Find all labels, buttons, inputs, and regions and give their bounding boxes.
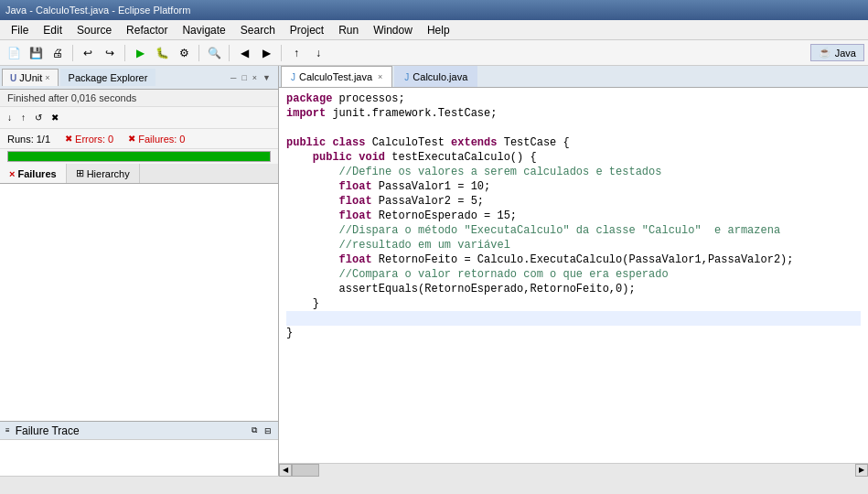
code-editor[interactable]: package processos; import junit.framewor…	[279, 88, 868, 463]
window-title: Java - CalculoTest.java - Eclipse Platfo…	[5, 5, 190, 16]
scroll-track[interactable]	[292, 464, 855, 477]
failures-tab-label: Failures	[17, 168, 56, 179]
junit-stats: Runs: 1/1 ✖ Errors: 0 ✖ Failures: 0	[0, 129, 278, 149]
menu-search[interactable]: Search	[233, 22, 283, 38]
errors-value: 0	[108, 134, 113, 145]
failures-value: 0	[179, 134, 185, 145]
sep1	[72, 45, 73, 61]
failure-trace-panel: ≡ Failure Trace ⧉ ⊟	[0, 421, 278, 476]
junit-tab-label: JUnit	[19, 72, 42, 83]
calculo-test-tab-label: CalculoTest.java	[299, 71, 372, 82]
chevron-panel-btn[interactable]: ▼	[261, 72, 273, 83]
menu-project[interactable]: Project	[283, 22, 331, 38]
save-btn[interactable]: 💾	[26, 43, 46, 63]
trace-copy-btn[interactable]: ⧉	[251, 424, 258, 436]
sep3	[198, 45, 199, 61]
sep4	[229, 45, 230, 61]
print-btn[interactable]: 🖨	[48, 43, 68, 63]
hierarchy-result-tab[interactable]: ⊞ Hierarchy	[67, 164, 140, 183]
perspective-label: Java	[835, 48, 856, 59]
hierarchy-tab-label: Hierarchy	[87, 168, 130, 179]
junit-result-tabs: × Failures ⊞ Hierarchy	[0, 164, 278, 184]
progress-bar	[8, 152, 270, 161]
title-bar: Java - CalculoTest.java - Eclipse Platfo…	[0, 0, 868, 20]
undo-btn[interactable]: ↩	[78, 43, 98, 63]
redo-btn[interactable]: ↪	[100, 43, 120, 63]
tab-calculo[interactable]: J Calculo.java	[394, 66, 477, 87]
run-config-btn[interactable]: ⚙	[174, 43, 194, 63]
failure-trace-icon: ≡	[5, 426, 10, 435]
scroll-thumb[interactable]	[292, 464, 319, 477]
hierarchy-tab-icon: ⊞	[76, 167, 84, 179]
perspective-btn[interactable]: ☕ Java	[810, 44, 864, 61]
minimize-panel-btn[interactable]: ─	[229, 72, 238, 83]
run-btn[interactable]: ▶	[130, 43, 150, 63]
errors-label: Errors:	[75, 134, 105, 145]
runs-label: Runs:	[7, 134, 34, 145]
prev-edit-btn[interactable]: ↑	[286, 43, 306, 63]
junit-prev-failure-btn[interactable]: ↑	[17, 111, 29, 124]
menu-window[interactable]: Window	[366, 22, 420, 38]
failures-result-tab[interactable]: × Failures	[0, 164, 67, 183]
debug-btn[interactable]: 🐛	[152, 43, 172, 63]
calculo-tab-label: Calculo.java	[413, 71, 467, 82]
failures-tab-icon: ×	[9, 168, 15, 179]
junit-toolbar: ↓ ↑ ↺ ✖	[0, 107, 278, 129]
menu-navigate[interactable]: Navigate	[175, 22, 232, 38]
tab-junit[interactable]: U JUnit ×	[2, 69, 59, 86]
runs-stat: Runs: 1/1	[7, 134, 50, 145]
junit-status-text: Finished after 0,016 seconds	[7, 92, 136, 103]
junit-tab-close[interactable]: ×	[45, 73, 49, 82]
left-panel: U JUnit × Package Explorer ─ □ × ▼ Finis…	[0, 66, 279, 476]
scroll-left-btn[interactable]: ◀	[279, 464, 292, 477]
maximize-panel-btn[interactable]: □	[240, 72, 248, 83]
perspective-icon: ☕	[819, 47, 831, 59]
junit-rerun-btn[interactable]: ↺	[31, 111, 46, 124]
nav-fwd-btn[interactable]: ▶	[256, 43, 276, 63]
right-panel: J CalculoTest.java × J Calculo.java pack…	[279, 66, 868, 476]
calculo-test-tab-close[interactable]: ×	[378, 72, 382, 81]
junit-show-only-failures-btn[interactable]: ✖	[48, 111, 62, 124]
status-bar	[0, 476, 868, 494]
failure-trace-header: ≡ Failure Trace ⧉ ⊟	[0, 422, 278, 440]
menu-file[interactable]: File	[4, 22, 36, 38]
menu-refactor[interactable]: Refactor	[119, 22, 175, 38]
failure-trace-content	[0, 440, 278, 476]
failure-trace-label: Failure Trace	[16, 424, 80, 437]
main-layout: U JUnit × Package Explorer ─ □ × ▼ Finis…	[0, 66, 868, 476]
junit-status: Finished after 0,016 seconds	[0, 90, 278, 107]
calculo-test-file-icon: J	[291, 72, 295, 82]
close-panel-btn[interactable]: ×	[251, 72, 259, 83]
menu-bar: File Edit Source Refactor Navigate Searc…	[0, 20, 868, 40]
menu-help[interactable]: Help	[420, 22, 457, 38]
failures-stat: ✖ Failures: 0	[128, 134, 185, 145]
panel-controls: ─ □ × ▼	[229, 72, 276, 83]
package-explorer-tab-label: Package Explorer	[69, 72, 148, 83]
trace-filter-btn[interactable]: ⊟	[263, 425, 273, 436]
editor-tabs: J CalculoTest.java × J Calculo.java	[279, 66, 868, 88]
scroll-right-btn[interactable]: ▶	[855, 464, 868, 477]
progress-bar-container	[7, 151, 271, 162]
tab-package-explorer[interactable]: Package Explorer	[60, 69, 156, 86]
search-btn[interactable]: 🔍	[204, 43, 224, 63]
sep2	[124, 45, 125, 61]
junit-next-failure-btn[interactable]: ↓	[4, 111, 16, 124]
nav-back-btn[interactable]: ◀	[234, 43, 254, 63]
menu-edit[interactable]: Edit	[36, 22, 70, 38]
next-edit-btn[interactable]: ↓	[308, 43, 328, 63]
junit-panel: Finished after 0,016 seconds ↓ ↑ ↺ ✖ Run…	[0, 90, 278, 421]
sep5	[281, 45, 282, 61]
code-content: package processos; import junit.framewor…	[279, 88, 868, 463]
menu-run[interactable]: Run	[331, 22, 366, 38]
junit-icon: U	[10, 73, 16, 83]
new-file-btn[interactable]: 📄	[4, 43, 24, 63]
toolbar-right: ☕ Java	[810, 44, 864, 61]
calculo-file-icon: J	[404, 72, 409, 82]
tab-calculo-test[interactable]: J CalculoTest.java ×	[281, 66, 392, 87]
editor-scrollbar[interactable]: ◀ ▶	[279, 463, 868, 476]
menu-source[interactable]: Source	[70, 22, 119, 38]
junit-tree[interactable]	[0, 184, 278, 421]
failure-icon: ✖	[128, 134, 135, 144]
failures-label: Failures:	[138, 134, 177, 145]
error-icon: ✖	[65, 134, 72, 144]
